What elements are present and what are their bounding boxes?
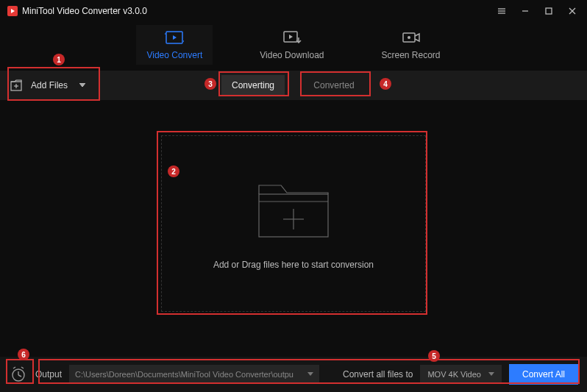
output-path-text: C:\Users\Doreen\Documents\MiniTool Video… <box>75 370 294 379</box>
dropzone-text: Add or Drag files here to start conversi… <box>213 260 374 270</box>
svg-point-12 <box>408 36 410 39</box>
svg-line-24 <box>13 367 15 368</box>
add-files-button[interactable]: Add Files <box>0 71 96 100</box>
minimize-button[interactable] <box>515 2 536 20</box>
bottom-bar: Output C:\Users\Doreen\Documents\MiniToo… <box>0 357 587 392</box>
close-button[interactable] <box>562 2 583 20</box>
menu-button[interactable] <box>491 2 512 20</box>
screen-record-icon <box>402 29 421 46</box>
svg-marker-8 <box>173 35 177 40</box>
add-file-icon <box>10 79 24 91</box>
tab-video-convert[interactable]: Video Convert <box>136 25 213 65</box>
tab-video-download[interactable]: Video Download <box>249 25 334 65</box>
output-format-select[interactable]: MOV 4K Video <box>420 365 502 384</box>
chevron-down-icon <box>79 83 85 88</box>
maximize-button[interactable] <box>538 2 559 20</box>
video-download-icon <box>282 29 302 46</box>
app-title: MiniTool Video Converter v3.0.0 <box>22 6 147 16</box>
output-format-text: MOV 4K Video <box>427 370 481 379</box>
output-label: Output <box>35 369 62 379</box>
app-logo-icon <box>7 6 18 16</box>
svg-marker-26 <box>307 372 313 376</box>
svg-marker-10 <box>289 35 293 39</box>
clock-icon <box>10 366 26 382</box>
schedule-button[interactable] <box>9 365 28 384</box>
tab-converted-label: Converted <box>313 80 354 90</box>
chevron-down-icon <box>307 372 313 377</box>
svg-marker-16 <box>79 83 85 87</box>
convert-all-to-label: Convert all files to <box>343 369 413 379</box>
dropzone[interactable]: Add or Drag files here to start conversi… <box>161 135 426 312</box>
convert-all-button-label: Convert All <box>522 369 565 379</box>
output-path-select[interactable]: C:\Users\Doreen\Documents\MiniTool Video… <box>69 365 319 384</box>
tab-converting[interactable]: Converting <box>221 75 285 96</box>
folder-add-icon <box>253 177 334 245</box>
chevron-down-icon <box>488 372 494 377</box>
svg-line-25 <box>21 367 24 368</box>
tab-screen-record[interactable]: Screen Record <box>371 25 450 65</box>
svg-rect-4 <box>546 8 552 14</box>
main-area: Add or Drag files here to start conversi… <box>0 100 587 346</box>
tab-screen-record-label: Screen Record <box>381 50 440 60</box>
svg-line-23 <box>18 375 21 377</box>
tab-video-convert-label: Video Convert <box>146 50 202 60</box>
convert-all-button[interactable]: Convert All <box>509 364 578 385</box>
add-files-label: Add Files <box>31 80 68 90</box>
tab-converting-label: Converting <box>232 80 274 90</box>
svg-marker-27 <box>488 372 494 376</box>
tab-video-download-label: Video Download <box>260 50 324 60</box>
video-convert-icon <box>165 29 184 46</box>
tab-converted[interactable]: Converted <box>302 75 366 96</box>
module-tabs: Video Convert Video Download Screen Reco… <box>0 22 587 71</box>
title-bar: MiniTool Video Converter v3.0.0 <box>0 0 587 22</box>
toolbar: Add Files Converting Converted <box>0 71 587 100</box>
